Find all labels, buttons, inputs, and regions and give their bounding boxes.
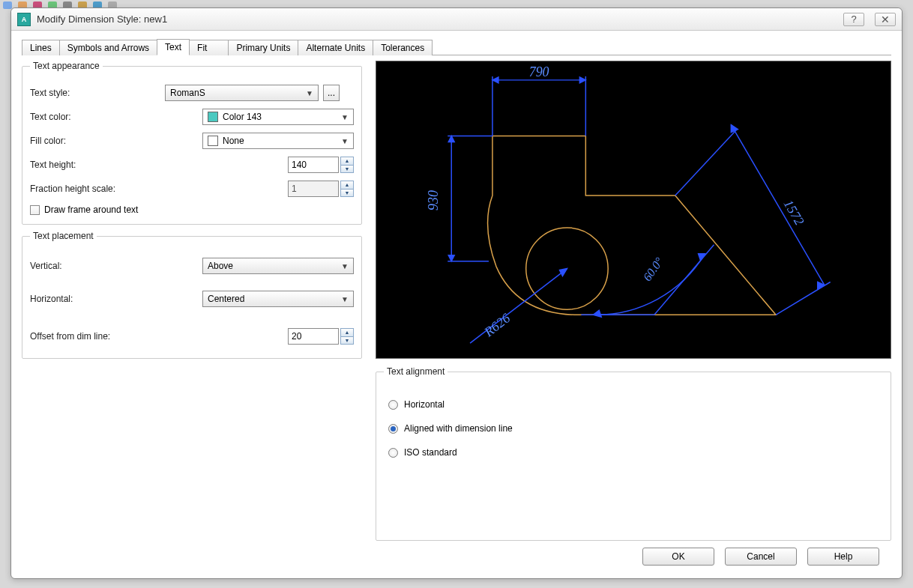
chevron-down-icon: ▼ bbox=[341, 262, 349, 270]
dropdown-fill-color[interactable]: None ▼ bbox=[202, 133, 354, 149]
tabstrip: Lines Symbols and Arrows Text Fit Primar… bbox=[22, 38, 891, 55]
radio-iso-row: ISO standard bbox=[388, 447, 883, 458]
text-height-value[interactable] bbox=[292, 160, 335, 170]
label-text-color: Text color: bbox=[30, 112, 165, 122]
tab-symbols-arrows[interactable]: Symbols and Arrows bbox=[59, 40, 157, 55]
dropdown-horizontal[interactable]: Centered ▼ bbox=[202, 291, 354, 307]
app-icon: A bbox=[17, 13, 31, 26]
radio-iso[interactable] bbox=[388, 448, 398, 458]
tab-alternate-units[interactable]: Alternate Units bbox=[298, 40, 373, 55]
dim-radius: R626 bbox=[480, 310, 513, 340]
label-text-height: Text height: bbox=[30, 160, 165, 170]
row-fraction-scale: Fraction height scale: ▲ ▼ bbox=[30, 181, 354, 197]
label-radio-horizontal: Horizontal bbox=[404, 399, 445, 410]
checkbox-draw-frame[interactable] bbox=[30, 205, 40, 215]
dialog-window: A Modify Dimension Style: new1 ? ✕ Lines… bbox=[10, 7, 903, 579]
row-horizontal: Horizontal: Centered ▼ bbox=[30, 291, 354, 307]
cancel-button[interactable]: Cancel bbox=[725, 548, 797, 566]
tab-primary-units[interactable]: Primary Units bbox=[228, 40, 298, 55]
vertical-value: Above bbox=[208, 261, 233, 271]
left-column: Text appearance Text style: RomanS ▼ ...… bbox=[22, 61, 362, 541]
radio-aligned-row: Aligned with dimension line bbox=[388, 423, 883, 434]
titlebar: A Modify Dimension Style: new1 ? ✕ bbox=[11, 8, 902, 31]
legend-placement: Text placement bbox=[30, 231, 97, 241]
chevron-down-icon: ▼ bbox=[341, 137, 349, 145]
spinner-text-height[interactable]: ▲ ▼ bbox=[340, 157, 354, 173]
spin-up-icon[interactable]: ▲ bbox=[340, 328, 354, 337]
legend-appearance: Text appearance bbox=[30, 61, 103, 71]
input-offset[interactable] bbox=[288, 328, 339, 345]
help-button[interactable]: ? bbox=[843, 13, 864, 26]
label-fill-color: Fill color: bbox=[30, 136, 165, 146]
row-text-color: Text color: Color 143 ▼ bbox=[30, 109, 354, 125]
row-offset: Offset from dim line: ▲ ▼ bbox=[30, 328, 354, 345]
fraction-scale-value bbox=[292, 184, 335, 194]
dropdown-text-style[interactable]: RomanS ▼ bbox=[165, 85, 319, 101]
tab-lines[interactable]: Lines bbox=[22, 40, 60, 55]
dim-top: 790 bbox=[529, 64, 549, 79]
spin-down-icon[interactable]: ▼ bbox=[340, 166, 354, 174]
spin-up-icon: ▲ bbox=[340, 181, 354, 190]
dim-angle: 60.0° bbox=[640, 255, 666, 283]
dim-left: 930 bbox=[426, 190, 441, 210]
spinner-offset[interactable]: ▲ ▼ bbox=[340, 328, 354, 345]
label-vertical: Vertical: bbox=[30, 261, 165, 271]
label-text-style: Text style: bbox=[30, 88, 165, 98]
tab-fit[interactable]: Fit bbox=[189, 40, 229, 55]
row-text-style: Text style: RomanS ▼ ... bbox=[30, 85, 354, 101]
ok-button[interactable]: OK bbox=[642, 548, 714, 566]
spin-down-icon: ▼ bbox=[340, 190, 354, 198]
preview-pane: 790 930 R626 1572 60.0° bbox=[376, 61, 891, 359]
group-text-appearance: Text appearance Text style: RomanS ▼ ...… bbox=[22, 61, 362, 225]
radio-horizontal[interactable] bbox=[388, 400, 398, 410]
help-button-footer[interactable]: Help bbox=[807, 548, 879, 566]
title-text: Modify Dimension Style: new1 bbox=[37, 13, 167, 25]
dropdown-vertical[interactable]: Above ▼ bbox=[202, 258, 354, 274]
more-text-style-button[interactable]: ... bbox=[323, 85, 340, 101]
spin-down-icon[interactable]: ▼ bbox=[340, 337, 354, 345]
close-button[interactable]: ✕ bbox=[875, 13, 896, 26]
legend-alignment: Text alignment bbox=[384, 366, 448, 377]
chevron-down-icon: ▼ bbox=[341, 295, 349, 303]
svg-line-12 bbox=[654, 245, 714, 315]
dim-right: 1572 bbox=[781, 197, 807, 228]
horizontal-value: Centered bbox=[208, 294, 244, 304]
footer: OK Cancel Help bbox=[22, 541, 891, 572]
label-fraction-scale: Fraction height scale: bbox=[30, 184, 165, 194]
input-text-height[interactable] bbox=[288, 157, 339, 173]
preview-svg: 790 930 R626 1572 60.0° bbox=[376, 61, 891, 358]
label-draw-frame: Draw frame around text bbox=[44, 204, 138, 215]
svg-line-8 bbox=[731, 125, 824, 285]
fill-color-value: None bbox=[223, 136, 244, 146]
text-style-value: RomanS bbox=[170, 88, 205, 98]
tab-text[interactable]: Text bbox=[157, 39, 190, 55]
chevron-down-icon: ▼ bbox=[306, 89, 313, 97]
label-radio-iso: ISO standard bbox=[404, 447, 457, 458]
offset-value[interactable] bbox=[292, 331, 335, 342]
dialog-content: Lines Symbols and Arrows Text Fit Primar… bbox=[11, 31, 902, 578]
right-column: 790 930 R626 1572 60.0° Text alignment H… bbox=[376, 61, 891, 541]
label-offset: Offset from dim line: bbox=[30, 331, 165, 342]
label-horizontal: Horizontal: bbox=[30, 294, 165, 304]
radio-horizontal-row: Horizontal bbox=[388, 399, 883, 410]
row-fill-color: Fill color: None ▼ bbox=[30, 133, 354, 149]
group-text-placement: Text placement Vertical: Above ▼ Horizon… bbox=[22, 231, 362, 359]
row-vertical: Vertical: Above ▼ bbox=[30, 258, 354, 274]
input-fraction-scale bbox=[288, 181, 339, 197]
tab-tolerances[interactable]: Tolerances bbox=[373, 40, 433, 55]
label-radio-aligned: Aligned with dimension line bbox=[404, 423, 513, 434]
chevron-down-icon: ▼ bbox=[341, 113, 349, 121]
text-color-value: Color 143 bbox=[223, 112, 262, 122]
none-swatch-icon bbox=[208, 136, 218, 146]
spinner-fraction-scale: ▲ ▼ bbox=[340, 181, 354, 197]
row-draw-frame: Draw frame around text bbox=[30, 204, 354, 215]
svg-line-9 bbox=[675, 130, 737, 196]
dropdown-text-color[interactable]: Color 143 ▼ bbox=[202, 109, 354, 125]
row-text-height: Text height: ▲ ▼ bbox=[30, 157, 354, 173]
panels: Text appearance Text style: RomanS ▼ ...… bbox=[22, 61, 891, 541]
group-text-alignment: Text alignment Horizontal Aligned with d… bbox=[376, 366, 891, 541]
spin-up-icon[interactable]: ▲ bbox=[340, 157, 354, 166]
color-swatch-icon bbox=[208, 112, 218, 122]
radio-aligned[interactable] bbox=[388, 424, 398, 434]
